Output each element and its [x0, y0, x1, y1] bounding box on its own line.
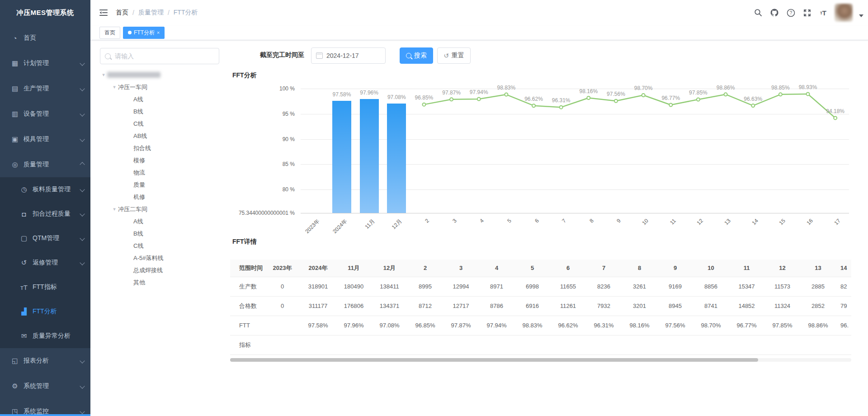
close-icon[interactable]: ×: [157, 27, 160, 38]
sidebar-item-质量管理[interactable]: ◎质量管理: [0, 152, 90, 177]
tree-leaf-C线[interactable]: C线: [100, 240, 226, 252]
sidebar: 冲压MES管理系统 ◔首页▦计划管理▤生产管理▥设备管理▣模具管理◎质量管理◷板…: [0, 0, 90, 416]
sidebar-item-label: 质量异常分析: [33, 332, 84, 340]
tree-leaf-总成焊接线[interactable]: 总成焊接线: [100, 264, 226, 276]
tree-leaf-质量[interactable]: 质量: [100, 179, 226, 191]
chart-point-label: 96.31%: [542, 97, 580, 104]
tree-leaf-label: B线: [133, 230, 143, 238]
reset-button[interactable]: ↺ 重置: [437, 47, 471, 64]
sidebar-item-label: 计划管理: [24, 59, 78, 67]
column-header: 2: [407, 260, 443, 277]
table-header: 范围时间2023年2024年11月12月234567891011121314: [230, 260, 851, 277]
row-label: FTT: [230, 316, 264, 335]
tree-leaf-label: 总成焊接线: [133, 266, 163, 274]
table-cell: [764, 335, 800, 355]
table-cell: 98.70%: [693, 316, 729, 335]
sidebar-item-系统管理[interactable]: ⚙系统管理: [0, 373, 90, 399]
lock-icon: ◘: [20, 210, 28, 218]
table-cell: 0: [264, 277, 300, 296]
tree-node-冲压一车间[interactable]: ▾冲压一车间: [100, 81, 226, 93]
chevron-down-icon: [80, 383, 85, 388]
sidebar-toggle-icon[interactable]: [99, 8, 108, 18]
table-cell: 3261: [622, 277, 657, 296]
tab-FTT分析[interactable]: FTT分析×: [123, 27, 165, 39]
sidebar-item-计划管理[interactable]: ▦计划管理: [0, 51, 90, 76]
chart-line-point: [505, 93, 508, 96]
chart-line-point: [477, 97, 481, 100]
column-header: 12月: [372, 260, 407, 277]
x-axis-tick-label: 11月: [345, 217, 377, 249]
tree-node-root[interactable]: ▾: [100, 69, 226, 81]
sidebar-item-FTT分析[interactable]: ▟FTT分析: [0, 299, 90, 324]
sidebar-item-模具管理[interactable]: ▣模具管理: [0, 127, 90, 152]
tree-leaf-其他[interactable]: 其他: [100, 276, 226, 288]
sidebar-item-设备管理[interactable]: ▥设备管理: [0, 101, 90, 127]
tree-leaf-模修[interactable]: 模修: [100, 154, 226, 166]
column-header: 7: [586, 260, 622, 277]
tree-node-冲压二车间[interactable]: ▾冲压二车间: [100, 203, 226, 215]
chevron-down-icon: [80, 211, 85, 216]
sidebar-item-QTM管理[interactable]: ▢QTM管理: [0, 226, 90, 251]
search-icon: [406, 53, 411, 58]
sidebar-item-扣合过程质量[interactable]: ◘扣合过程质量: [0, 202, 90, 226]
sidebar-item-首页[interactable]: ◔首页: [0, 25, 90, 51]
fullscreen-icon[interactable]: [802, 8, 812, 18]
sidebar-item-报表分析[interactable]: ◱报表分析: [0, 348, 90, 373]
github-icon[interactable]: [769, 8, 779, 18]
tree-expand-caret-icon[interactable]: ▾: [111, 206, 118, 212]
sidebar-item-FTT指标[interactable]: тTFTT指标: [0, 275, 90, 299]
breadcrumb-item: FTT分析: [174, 9, 198, 17]
table-cell: 82: [836, 277, 851, 296]
row-label: 指标: [230, 335, 264, 355]
search-button[interactable]: 搜索: [400, 47, 433, 64]
tree-leaf-机修[interactable]: 机修: [100, 191, 226, 203]
search-icon[interactable]: [753, 8, 763, 18]
report-icon: ◱: [11, 357, 19, 365]
bar-chart-icon: ▟: [20, 307, 28, 316]
sidebar-item-系统监控[interactable]: ◳系统监控: [0, 399, 90, 416]
ftt-detail-table: 范围时间2023年2024年11月12月234567891011121314 生…: [230, 260, 851, 355]
date-picker[interactable]: 2024-12-17: [311, 47, 386, 64]
sidebar-item-板料质量管理[interactable]: ◷板料质量管理: [0, 177, 90, 202]
tree-leaf-label: 模修: [133, 156, 145, 165]
equipment-icon: ▥: [11, 110, 19, 118]
tree-leaf-物流[interactable]: 物流: [100, 166, 226, 179]
app-screen: 冲压MES管理系统 ◔首页▦计划管理▤生产管理▥设备管理▣模具管理◎质量管理◷板…: [0, 0, 868, 416]
x-axis-tick-label: 2023年: [291, 217, 322, 249]
table-cell: 8995: [407, 277, 443, 296]
table-row-指标: 指标: [230, 335, 851, 355]
breadcrumb-item[interactable]: 首页: [116, 9, 128, 17]
table-cell: 97.58%: [300, 316, 336, 335]
tree-leaf-扣合线[interactable]: 扣合线: [100, 142, 226, 154]
tree-leaf-B线[interactable]: B线: [100, 105, 226, 118]
sidebar-item-返修管理[interactable]: ↺返修管理: [0, 251, 90, 275]
tree-expand-caret-icon[interactable]: ▾: [100, 72, 107, 78]
breadcrumb-item[interactable]: 质量管理: [138, 9, 164, 17]
avatar[interactable]: [835, 4, 853, 22]
help-icon[interactable]: ?: [786, 8, 796, 18]
tree-expand-caret-icon[interactable]: ▾: [111, 84, 118, 90]
table-row-FTT: FTT97.58%97.96%97.08%96.85%97.87%97.94%9…: [230, 316, 851, 335]
tree-leaf-C线[interactable]: C线: [100, 118, 226, 130]
y-axis-tick-label: 90 %: [231, 136, 295, 142]
table-cell: [622, 335, 657, 355]
table-cell: 96.: [836, 316, 851, 335]
sidebar-item-label: 生产管理: [24, 85, 78, 93]
tree-leaf-B线[interactable]: B线: [100, 227, 226, 240]
table-cell: [657, 335, 693, 355]
scrollbar-thumb[interactable]: [230, 358, 758, 362]
tree-leaf-A线[interactable]: A线: [100, 93, 226, 105]
tab-首页[interactable]: 首页: [99, 27, 120, 39]
tree-leaf-AB线[interactable]: AB线: [100, 130, 226, 142]
tree-leaf-A-5#落料线[interactable]: A-5#落料线: [100, 252, 226, 264]
caret-down-icon[interactable]: [859, 14, 863, 17]
sidebar-item-生产管理[interactable]: ▤生产管理: [0, 76, 90, 101]
sheet-quality-icon: ◷: [20, 185, 28, 194]
tree-leaf-A线[interactable]: A线: [100, 215, 226, 227]
tree-search-input[interactable]: [114, 52, 214, 60]
tree-leaf-label: C线: [133, 242, 143, 250]
column-header: 13: [800, 260, 836, 277]
table-cell: 3201: [622, 296, 657, 316]
sidebar-item-质量异常分析[interactable]: ✉质量异常分析: [0, 324, 90, 348]
font-size-icon[interactable]: тT: [818, 8, 828, 18]
